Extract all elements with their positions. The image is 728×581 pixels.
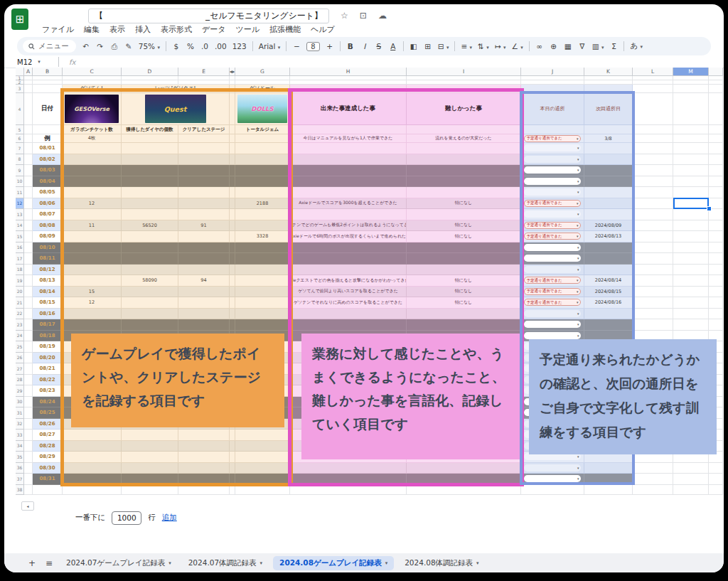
add-sheet-icon[interactable]: + <box>26 558 38 568</box>
column-header-K[interactable]: K <box>584 68 633 76</box>
grid-cell[interactable] <box>230 319 235 331</box>
star-icon[interactable]: ☆ <box>341 11 348 21</box>
attendance-dropdown[interactable]: 予定通り通所できた▾ <box>524 233 582 240</box>
grid-cell[interactable] <box>24 143 33 154</box>
cell-L12[interactable] <box>633 198 673 210</box>
cell-M19[interactable] <box>673 275 709 287</box>
grid-cell[interactable] <box>633 134 673 143</box>
cell-M17[interactable] <box>673 253 709 265</box>
cell-H18[interactable] <box>290 265 407 276</box>
grid-cell[interactable] <box>24 397 33 408</box>
cell-B27[interactable]: 08/21 <box>33 363 63 375</box>
cell-B8[interactable]: 08/02 <box>33 154 63 166</box>
cell-K16[interactable] <box>584 242 633 254</box>
sheet-tab-1[interactable]: 2024.07体調記録表▾ <box>182 556 269 570</box>
cell-L18[interactable] <box>633 265 673 276</box>
grid-cell[interactable] <box>709 485 723 495</box>
more-formats-icon[interactable]: 123 <box>232 42 247 50</box>
grid-cell[interactable] <box>24 209 33 220</box>
cell-E14[interactable]: 91 <box>178 220 230 232</box>
row-header-12[interactable]: 12 <box>16 198 24 210</box>
cell-K20[interactable]: 2024/08/15 <box>584 287 633 298</box>
grid-cell[interactable] <box>230 85 235 93</box>
grid-cell[interactable] <box>122 134 178 143</box>
percent-icon[interactable]: % <box>186 42 195 50</box>
zoom-select[interactable]: 75% ▾ <box>139 42 160 50</box>
cell-C13[interactable] <box>63 209 122 220</box>
grid-cell[interactable] <box>709 125 723 134</box>
grid-cell[interactable] <box>230 287 235 298</box>
grid-cell[interactable] <box>230 209 235 220</box>
cell-G37[interactable] <box>235 474 290 485</box>
cell-M14[interactable] <box>673 220 709 232</box>
grid-cell[interactable] <box>24 331 33 342</box>
grid-cell[interactable] <box>24 463 33 474</box>
cell-B21[interactable]: 08/15 <box>33 297 63 309</box>
cell-H14[interactable]: ゲソテンでどのゲームも最低2ポイントは取れるようになってきた <box>290 220 407 232</box>
row-header-13[interactable]: 13 <box>16 209 24 220</box>
grid-cell[interactable] <box>633 85 673 93</box>
row-header-6[interactable]: 6 <box>16 134 24 143</box>
grid-cell[interactable] <box>709 253 723 265</box>
grid-cell[interactable] <box>230 93 235 125</box>
cell-I11[interactable] <box>407 187 521 198</box>
cell-J13[interactable]: ▾ <box>521 209 584 220</box>
row-header-17[interactable]: 17 <box>16 253 24 265</box>
attendance-dropdown[interactable]: ▾ <box>524 255 582 262</box>
row-header-32[interactable]: 32 <box>16 419 24 430</box>
grid-cell[interactable] <box>230 165 235 176</box>
cell-M11[interactable] <box>673 187 709 198</box>
cell-L9[interactable] <box>633 165 673 176</box>
column-header-H[interactable]: H <box>290 68 407 76</box>
column-header-col0[interactable] <box>16 68 24 76</box>
cell-E16[interactable] <box>178 242 230 254</box>
borders-icon[interactable]: ⊞ <box>424 42 432 50</box>
cell-C23[interactable] <box>63 319 122 331</box>
redo-icon[interactable]: ↷ <box>96 42 105 50</box>
row-header-23[interactable]: 23 <box>16 319 24 331</box>
cell-H11[interactable] <box>290 187 407 198</box>
cell-E36[interactable] <box>178 463 230 474</box>
cell-B19[interactable]: 08/13 <box>33 275 63 287</box>
bold-icon[interactable]: B <box>346 42 355 50</box>
cell-E35[interactable] <box>178 452 230 463</box>
cell-E10[interactable] <box>178 176 230 188</box>
row-header-18[interactable]: 18 <box>16 265 24 276</box>
cell-E37[interactable] <box>178 474 230 485</box>
cell-D33[interactable] <box>122 430 178 441</box>
cell-I37[interactable] <box>407 474 521 485</box>
cell-E19[interactable]: 94 <box>178 275 230 287</box>
grid-cell[interactable] <box>24 154 33 166</box>
row-header-36[interactable]: 36 <box>16 463 24 474</box>
grid-cell[interactable] <box>33 485 63 495</box>
grid-cell[interactable] <box>709 287 723 298</box>
attendance-dropdown[interactable]: ▾ <box>524 166 582 174</box>
grid-cell[interactable] <box>24 134 33 143</box>
cell-H9[interactable] <box>290 165 407 176</box>
column-header-J[interactable]: J <box>521 68 584 76</box>
cell-H17[interactable] <box>290 253 407 265</box>
cell-I12[interactable]: 特になし <box>407 198 521 210</box>
move-folder-icon[interactable]: ⊡ <box>360 11 367 21</box>
cell-B23[interactable]: 08/17 <box>33 319 63 331</box>
grid-cell[interactable] <box>24 220 33 232</box>
sheet-tab-2[interactable]: 2024.08ゲームプレイ記録表▾ <box>273 556 394 570</box>
cell-M9[interactable] <box>673 165 709 176</box>
cell-L15[interactable] <box>633 231 673 242</box>
cell-D16[interactable] <box>122 242 178 254</box>
cell-L14[interactable] <box>633 220 673 232</box>
cell-I22[interactable] <box>407 309 521 320</box>
cell-D35[interactable] <box>122 452 178 463</box>
row-header-14[interactable]: 14 <box>16 220 24 232</box>
cell-G18[interactable] <box>235 265 290 276</box>
grid-cell[interactable] <box>709 265 723 276</box>
column-header-B[interactable]: B <box>33 68 63 76</box>
cell-B9[interactable]: 08/03 <box>33 165 63 176</box>
grid-cell[interactable] <box>230 309 235 320</box>
cell-H16[interactable] <box>290 242 407 254</box>
cell-L11[interactable] <box>633 187 673 198</box>
cell-J19[interactable]: 予定通り通所できた▾ <box>521 275 584 287</box>
column-header-L[interactable]: L <box>633 68 673 76</box>
collapse-footer-icon[interactable]: ◂ <box>21 501 34 511</box>
cell-D14[interactable]: 56520 <box>122 220 178 232</box>
